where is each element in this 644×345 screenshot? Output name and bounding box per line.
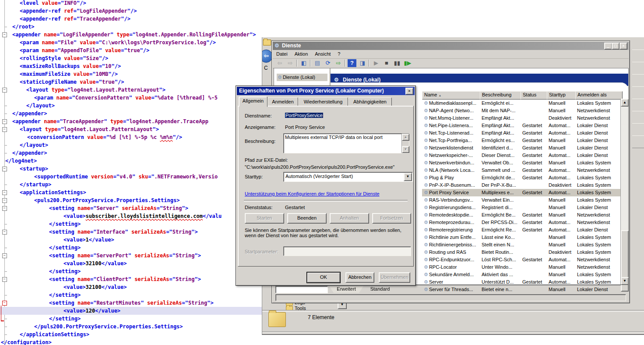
- table-row[interactable]: ⚙Net.Tcp-Listenerad...Empfängt Akt...Ges…: [422, 129, 621, 137]
- refresh-icon[interactable]: ⟳: [324, 59, 332, 67]
- table-cell: ⚙Net.Tcp-Listenerad...: [422, 129, 480, 137]
- table-row[interactable]: ⚙Remotedesktopdie...Ermöglicht Be...Gest…: [422, 211, 621, 219]
- close-icon[interactable]: ✕: [405, 88, 413, 95]
- scroll-up-icon[interactable]: ▲: [621, 99, 629, 107]
- fold-toggle-icon[interactable]: −: [2, 253, 7, 258]
- table-row[interactable]: ⚙PnP-X-IP-Busenum...Der PnP-X-Bu...Deakt…: [422, 181, 621, 189]
- fold-tick: [5, 271, 7, 272]
- menu-item-?[interactable]: ?: [334, 50, 344, 57]
- beschreibung-textarea[interactable]: Multiplexes external TCP/IP data on loca…: [283, 133, 409, 153]
- help-icon[interactable]: ?: [348, 59, 356, 67]
- table-row[interactable]: ⚙RAS-Verbindungsv...Verwaltet Ein...Manu…: [422, 196, 621, 204]
- table-row[interactable]: ⚙Server für Threads...Bietet eine n...Ma…: [422, 286, 621, 293]
- table-cell: Gestartet: [521, 226, 547, 234]
- table-row[interactable]: ⚙Plug & PlayErmöglicht de...GestartetAut…: [422, 174, 621, 181]
- table-row[interactable]: ⚙Multimediaklassenpl...Ermöglicht ei...M…: [422, 100, 621, 107]
- fold-toggle-icon[interactable]: −: [2, 127, 7, 132]
- dialog-titlebar[interactable]: Eigenschaften von Port Proxy Service (Lo…: [237, 87, 415, 95]
- filter-field[interactable]: [275, 286, 328, 293]
- vertical-scrollbar[interactable]: ▲ ▼: [620, 99, 628, 285]
- minimize-button[interactable]: _: [604, 43, 612, 50]
- table-row[interactable]: ⚙RemoteregistrierungErmöglicht Re...Gest…: [422, 226, 621, 234]
- fold-toggle-icon[interactable]: −: [2, 206, 7, 211]
- menu-item-datei[interactable]: Datei: [273, 50, 291, 57]
- stop-service-icon[interactable]: ■: [382, 59, 391, 67]
- service-gear-icon: ⚙: [424, 153, 428, 158]
- fold-toggle-icon[interactable]: −: [2, 88, 7, 92]
- services-window-titlebar[interactable]: ⚙ Dienste _ □ ✕: [273, 42, 629, 50]
- starten-button[interactable]: Starten: [245, 213, 284, 224]
- table-row[interactable]: ⚙Net.Pipe-Listenera...Empfängt Akt...Ges…: [422, 122, 621, 129]
- table-cell: ⚙Net.Pipe-Listenera...: [422, 122, 480, 129]
- view-tab-standard[interactable]: Standard: [366, 285, 394, 293]
- start-service-icon[interactable]: ▶: [372, 59, 380, 67]
- table-row[interactable]: ⚙Net.Tcp-Portfreiga...Ermöglicht es...Ge…: [422, 137, 621, 144]
- tab-allgemein[interactable]: Allgemein: [239, 96, 267, 107]
- beenden-button[interactable]: Beenden: [287, 213, 327, 224]
- fold-toggle-icon[interactable]: −: [2, 301, 7, 306]
- tab-abhngigkeiten[interactable]: Abhängigkeiten: [348, 97, 392, 107]
- column-header-status[interactable]: Status: [521, 91, 549, 100]
- uebernehmen-button[interactable]: Übernehmen: [379, 272, 410, 283]
- maximize-button[interactable]: □: [612, 43, 619, 50]
- scroll-down-icon[interactable]: ▼: [621, 277, 629, 285]
- table-row[interactable]: ⚙Routing und RASBietet Routin...Deaktivi…: [422, 249, 621, 256]
- table-row[interactable]: ⚙Registrierungsdiens...Registriert di...…: [422, 204, 621, 211]
- table-row[interactable]: ⚙Richtlinienergebniss...Stellt einen N..…: [422, 241, 621, 249]
- table-row[interactable]: ⚙NetzwerklistendienstIdentifiziert d...G…: [422, 144, 621, 152]
- table-row[interactable]: ⚙RPC-LocatorUnter Windo...ManuellNetzwer…: [422, 263, 621, 271]
- fold-toggle-icon[interactable]: −: [2, 32, 7, 37]
- table-row[interactable]: ⚙Port Proxy ServiceMultiplexes e...Gesta…: [422, 189, 621, 196]
- tab-wiederherstellung[interactable]: Wiederherstellung: [298, 97, 348, 107]
- forward-icon[interactable]: ⇨: [286, 59, 295, 67]
- tree-item-dienste-lokal[interactable]: ⚙Dienste (Lokal): [277, 74, 327, 81]
- startoptions-help-link[interactable]: Unterstützung beim Konfigurieren der Sta…: [245, 191, 380, 196]
- close-button[interactable]: ✕: [619, 43, 627, 50]
- dienstname-value: PortProxyService: [285, 113, 323, 118]
- anhalten-button[interactable]: Anhalten: [330, 213, 369, 224]
- column-header-starttyp[interactable]: Starttyp: [547, 91, 577, 100]
- table-row[interactable]: ⚙Netzwerkspeicher-...Dieser Dienst...Ges…: [422, 152, 621, 159]
- starttyp-combobox[interactable]: Automatisch (Verzögerter Start) ▼: [283, 172, 413, 182]
- startparameter-input[interactable]: [283, 246, 411, 256]
- table-row[interactable]: ⚙Net.Msmq-Listener...Empfängt Akt...Deak…: [422, 114, 621, 122]
- restart-service-icon[interactable]: ▮▶: [403, 59, 412, 67]
- table-row[interactable]: ⚙Remoteprozedurau...Der RPCSS-Di...Gesta…: [422, 219, 621, 226]
- table-row[interactable]: ⚙NLA (Network Loca...Sammelt und ...Gest…: [422, 167, 621, 174]
- table-cell: ⚙NLA (Network Loca...: [422, 167, 480, 174]
- fold-toggle-icon[interactable]: −: [2, 198, 7, 203]
- textarea-scrollbar[interactable]: ▲ ▼: [401, 134, 409, 153]
- column-header-name[interactable]: Name ▲: [422, 91, 482, 100]
- scroll-up-icon[interactable]: ▲: [402, 134, 409, 141]
- properties-icon[interactable]: ▤: [313, 59, 322, 67]
- pause-service-icon[interactable]: ▮▮: [393, 59, 401, 67]
- table-row[interactable]: ⚙Richtlinie zum Entfe...Lässt eine Ko...…: [422, 234, 621, 241]
- fold-toggle-icon[interactable]: −: [2, 190, 7, 195]
- fold-toggle-icon[interactable]: −: [2, 277, 7, 282]
- ok-button[interactable]: OK: [307, 272, 340, 283]
- fold-toggle-icon[interactable]: −: [2, 230, 7, 235]
- table-row[interactable]: ⚙RPC-Endpunktzuor...Löst RPC-Sch...Gesta…: [422, 256, 621, 263]
- menu-item-aktion[interactable]: Aktion: [291, 50, 312, 57]
- export-list-icon[interactable]: ⇨: [334, 59, 343, 67]
- back-icon[interactable]: ⇦: [275, 59, 284, 67]
- column-header-anmeldenals[interactable]: Anmelden als: [575, 91, 623, 100]
- fortsetzen-button[interactable]: Fortsetzen: [372, 213, 411, 224]
- column-header-beschreibung[interactable]: Beschreibung: [480, 91, 522, 100]
- service-gear-icon: ⚙: [424, 175, 428, 180]
- table-row[interactable]: ⚙Netzwerkverbindun...Verwaltet Ob...Gest…: [422, 159, 621, 167]
- scroll-down-icon[interactable]: ▼: [402, 146, 409, 153]
- chevron-down-icon[interactable]: ▼: [404, 173, 412, 181]
- table-row[interactable]: ⚙Sekundäre Anmeld...Aktiviert das ...Man…: [422, 271, 621, 278]
- fold-toggle-icon[interactable]: −: [2, 119, 7, 124]
- tab-anmelden[interactable]: Anmelden: [267, 97, 298, 107]
- screen: <level value="INFO"/><appender-ref ref="…: [0, 0, 644, 345]
- extended-view-icon[interactable]: ◨: [358, 59, 367, 67]
- fold-toggle-icon[interactable]: −: [2, 167, 7, 171]
- show-console-tree-icon[interactable]: ◧: [299, 59, 308, 67]
- table-cell: Gestartet: [521, 129, 547, 137]
- view-tab-erweitert[interactable]: Erweitert: [329, 285, 364, 293]
- abbrechen-button[interactable]: Abbrechen: [345, 272, 374, 283]
- table-row[interactable]: ⚙NAP-Agent (Netwo...Mit dem NAP-...Manue…: [422, 107, 621, 114]
- menu-item-ansicht[interactable]: Ansicht: [311, 50, 334, 57]
